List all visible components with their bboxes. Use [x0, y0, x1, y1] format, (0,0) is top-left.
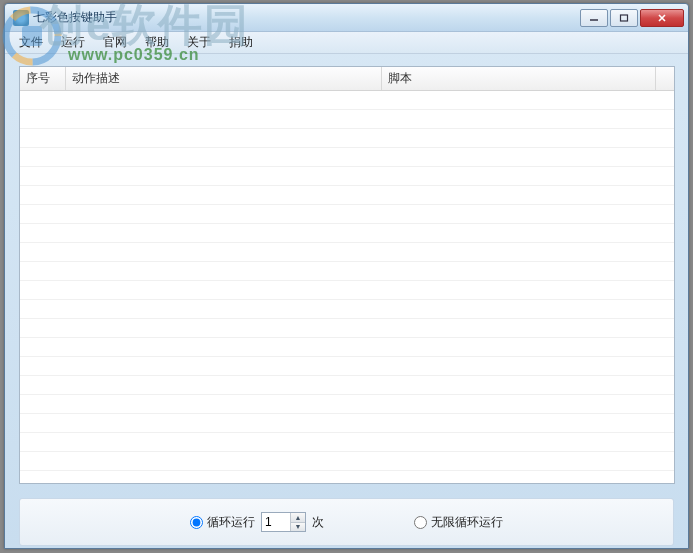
titlebar[interactable]: 七彩色按键助手 — [5, 4, 688, 32]
list-row[interactable] — [20, 148, 674, 167]
infinite-loop-group: 无限循环运行 — [414, 514, 503, 531]
infinite-loop-radio[interactable] — [414, 516, 427, 529]
list-row[interactable] — [20, 452, 674, 471]
list-row[interactable] — [20, 357, 674, 376]
list-body[interactable] — [20, 91, 674, 484]
minimize-button[interactable] — [580, 9, 608, 27]
menu-about[interactable]: 关于 — [179, 32, 219, 53]
window-title: 七彩色按键助手 — [33, 9, 580, 26]
menu-official[interactable]: 官网 — [95, 32, 135, 53]
finite-loop-radio[interactable] — [190, 516, 203, 529]
list-row[interactable] — [20, 300, 674, 319]
menu-help[interactable]: 帮助 — [137, 32, 177, 53]
list-row[interactable] — [20, 167, 674, 186]
list-row[interactable] — [20, 319, 674, 338]
loop-panel: 循环运行 ▲ ▼ 次 无限循环运行 — [19, 498, 674, 546]
list-row[interactable] — [20, 129, 674, 148]
list-row[interactable] — [20, 205, 674, 224]
menu-file[interactable]: 文件 — [11, 32, 51, 53]
list-row[interactable] — [20, 433, 674, 452]
list-row[interactable] — [20, 414, 674, 433]
list-row[interactable] — [20, 243, 674, 262]
menu-donate[interactable]: 捐助 — [221, 32, 261, 53]
infinite-loop-label[interactable]: 无限循环运行 — [431, 514, 503, 531]
spinner-up-icon[interactable]: ▲ — [291, 513, 305, 523]
list-row[interactable] — [20, 395, 674, 414]
list-row[interactable] — [20, 262, 674, 281]
client-area: 序号 动作描述 脚本 — [5, 54, 688, 553]
list-row[interactable] — [20, 91, 674, 110]
finite-loop-group: 循环运行 ▲ ▼ 次 — [190, 512, 324, 532]
list-row[interactable] — [20, 376, 674, 395]
spinner-down-icon[interactable]: ▼ — [291, 523, 305, 532]
loop-count-spinner: ▲ ▼ — [261, 512, 306, 532]
menu-run[interactable]: 运行 — [53, 32, 93, 53]
app-icon — [13, 10, 29, 26]
action-list[interactable]: 序号 动作描述 脚本 — [19, 66, 675, 484]
menubar: 文件 运行 官网 帮助 关于 捐助 — [5, 32, 688, 54]
app-window: 七彩色按键助手 文件 运行 官网 帮助 关于 捐助 序号 动作描述 脚本 — [4, 3, 689, 549]
list-header: 序号 动作描述 脚本 — [20, 67, 674, 91]
close-button[interactable] — [640, 9, 684, 27]
list-row[interactable] — [20, 186, 674, 205]
column-header-script[interactable]: 脚本 — [382, 67, 656, 90]
window-controls — [580, 9, 684, 27]
list-row[interactable] — [20, 224, 674, 243]
finite-loop-label-pre[interactable]: 循环运行 — [207, 514, 255, 531]
column-header-pad — [656, 67, 674, 90]
svg-rect-1 — [621, 15, 628, 21]
list-row[interactable] — [20, 110, 674, 129]
maximize-button[interactable] — [610, 9, 638, 27]
list-row[interactable] — [20, 338, 674, 357]
finite-loop-label-suf[interactable]: 次 — [312, 514, 324, 531]
list-row[interactable] — [20, 281, 674, 300]
loop-count-input[interactable] — [262, 513, 290, 531]
column-header-desc[interactable]: 动作描述 — [66, 67, 382, 90]
column-header-seq[interactable]: 序号 — [20, 67, 66, 90]
